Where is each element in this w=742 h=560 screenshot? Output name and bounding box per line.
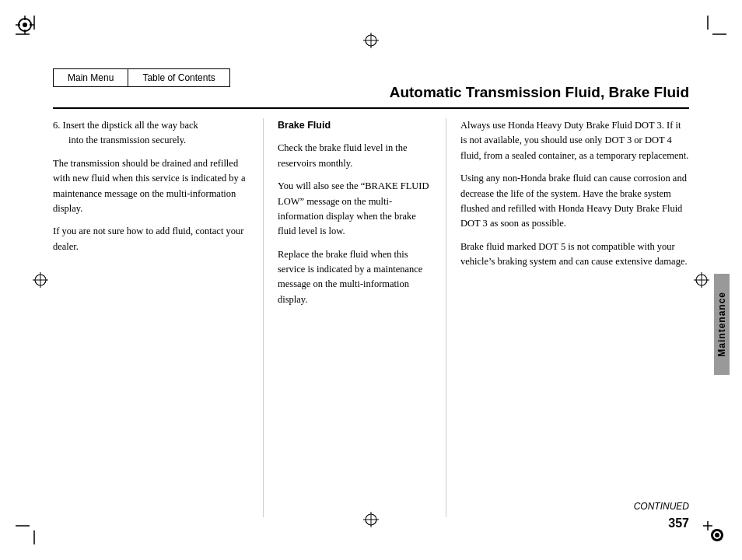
- left-para-3: If you are not sure how to add fluid, co…: [53, 224, 249, 254]
- page-title: Automatic Transmission Fluid, Brake Flui…: [390, 84, 689, 101]
- middle-col-text: Brake Fluid Check the brake fluid level …: [278, 118, 432, 307]
- left-para-2: The transmission should be drained and r…: [53, 156, 249, 217]
- reg-mark-left: [33, 272, 48, 288]
- right-col-text: Always use Honda Heavy Duty Brake Fluid …: [460, 118, 689, 269]
- corner-mark-tr: [695, 16, 726, 47]
- corner-mark-bl: [16, 513, 47, 544]
- maintenance-tab: Maintenance: [714, 274, 730, 375]
- nav-buttons: Main Menu Table of Contents: [53, 68, 230, 87]
- brake-fluid-heading: Brake Fluid: [278, 120, 331, 131]
- right-para-2: Using any non-Honda brake fluid can caus…: [460, 171, 689, 232]
- left-col-text: 6. Insert the dipstick all the way back …: [53, 118, 249, 254]
- left-para-1: 6. Insert the dipstick all the way back …: [53, 118, 249, 149]
- svg-point-15: [715, 533, 719, 537]
- right-para-3: Brake fluid marked DOT 5 is not compatib…: [460, 240, 689, 270]
- middle-para-1: Check the brake fluid level in the reser…: [278, 141, 432, 171]
- step-text-line2: into the transmission securely.: [53, 133, 249, 148]
- main-menu-button[interactable]: Main Menu: [53, 68, 128, 87]
- right-para-1: Always use Honda Heavy Duty Brake Fluid …: [460, 118, 689, 163]
- middle-para-2: You will also see the “BRAKE FLUID LOW” …: [278, 179, 432, 240]
- table-of-contents-button[interactable]: Table of Contents: [128, 68, 229, 87]
- middle-para-3: Replace the brake fluid when this servic…: [278, 247, 432, 308]
- content-area: 6. Insert the dipstick all the way back …: [53, 118, 689, 517]
- step-text-line1: Insert the dipstick all the way back: [63, 120, 198, 131]
- corner-mark-br: [695, 513, 726, 544]
- middle-heading: Brake Fluid: [278, 118, 432, 133]
- maintenance-tab-label: Maintenance: [716, 292, 727, 357]
- continued-text: CONTINUED: [634, 501, 689, 512]
- page: Main Menu Table of Contents Automatic Tr…: [0, 0, 742, 560]
- right-column: Always use Honda Heavy Duty Brake Fluid …: [446, 118, 689, 517]
- reg-mark-right: [694, 272, 709, 288]
- reg-mark-top: [363, 33, 379, 48]
- middle-column: Brake Fluid Check the brake fluid level …: [263, 118, 446, 517]
- top-rule: [53, 107, 689, 109]
- step-number: 6.: [53, 120, 63, 131]
- page-number: 357: [668, 516, 689, 530]
- svg-point-1: [23, 23, 27, 27]
- left-column: 6. Insert the dipstick all the way back …: [53, 118, 263, 517]
- corner-mark-tl: [16, 16, 47, 47]
